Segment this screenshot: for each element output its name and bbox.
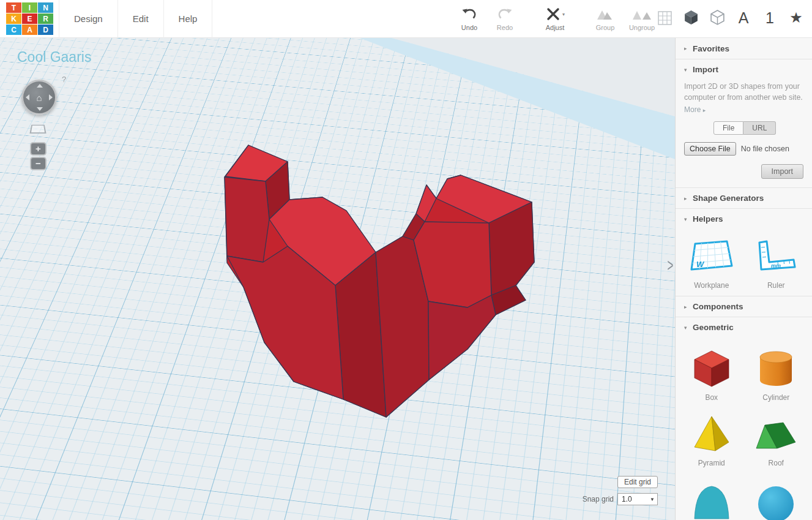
menu-edit[interactable]: Edit: [118, 0, 164, 38]
helper-workplane[interactable]: W Workplane: [679, 233, 744, 295]
snap-grid-label: Snap grid: [583, 495, 614, 503]
menu-design[interactable]: Design: [59, 0, 118, 38]
shape-tile-box[interactable]: Box: [679, 341, 744, 407]
redo-label: Redo: [487, 24, 523, 31]
chevron-right-icon: ▸: [684, 195, 693, 202]
adjust-button[interactable]: ▾ Adjust: [537, 6, 573, 31]
shape-tile-roof[interactable]: Roof: [744, 407, 809, 472]
tile-label: Workplane: [679, 281, 744, 290]
shape-tile-pyramid[interactable]: Pyramid: [679, 407, 744, 472]
tile-label: Box: [679, 393, 744, 402]
cylinder-icon: [754, 347, 798, 389]
import-tab-url[interactable]: URL: [743, 121, 776, 135]
pyramid-icon: [690, 413, 734, 454]
section-label: Components: [693, 302, 743, 311]
undo-button[interactable]: Undo: [452, 6, 487, 31]
import-tab-file[interactable]: File: [713, 121, 743, 135]
roof-icon: [754, 413, 798, 454]
logo-tile: A: [22, 24, 37, 35]
chevron-right-icon: ▸: [684, 304, 693, 310]
sidebar-section-geometric[interactable]: ▾ Geometric: [676, 317, 812, 337]
workplane-icon: W: [687, 239, 737, 277]
zoom-in-button[interactable]: +: [30, 142, 47, 156]
chevron-down-icon: ▾: [684, 325, 693, 331]
view-toolbar: A 1 ★: [656, 9, 805, 27]
sidebar-section-helpers[interactable]: ▾ Helpers: [676, 208, 812, 229]
import-panel: Import 2D or 3D shapes from your compute…: [676, 80, 812, 187]
group-icon: [587, 6, 623, 23]
ungroup-icon: [624, 6, 660, 23]
shape-tile-partial[interactable]: [744, 472, 809, 520]
import-source-tabs: File URL: [713, 121, 803, 135]
more-label: More: [684, 105, 701, 114]
help-link[interactable]: ?: [62, 75, 66, 84]
snap-grid-control: Snap grid 1.0 ▼: [583, 493, 658, 505]
section-label: Helpers: [693, 214, 723, 224]
sidebar-section-shape-generators[interactable]: ▸ Shape Generators: [676, 187, 812, 208]
logo-tile: R: [38, 13, 53, 24]
edit-grid-button[interactable]: Edit grid: [617, 476, 658, 488]
snap-grid-select[interactable]: 1.0 ▼: [617, 493, 658, 505]
ungroup-button[interactable]: Ungroup: [624, 6, 660, 31]
chevron-right-icon: ▸: [703, 107, 706, 113]
tinkercad-logo[interactable]: T I N K E R C A D: [6, 2, 55, 36]
menu-help[interactable]: Help: [164, 0, 213, 38]
paraboloid-icon: [690, 478, 734, 520]
logo-tile: I: [22, 2, 37, 13]
design-canvas[interactable]: Cool Gaaris ? ⌂ + − Edit grid Snap grid …: [0, 38, 675, 520]
model-shape[interactable]: [225, 145, 534, 417]
design-title[interactable]: Cool Gaaris: [17, 49, 91, 66]
helpers-tiles: W Workplane mm Ruler: [676, 229, 812, 296]
helper-ruler[interactable]: mm Ruler: [744, 233, 809, 295]
adjust-label: Adjust: [537, 24, 573, 31]
zoom-out-button[interactable]: −: [30, 157, 47, 170]
perspective-toggle-icon[interactable]: [29, 125, 46, 134]
zoom-controls: + −: [30, 142, 47, 171]
logo-tile: E: [22, 13, 37, 24]
section-label: Favorites: [693, 44, 729, 53]
logo-tile: T: [6, 2, 21, 13]
redo-button[interactable]: Redo: [487, 6, 523, 31]
solid-cube-icon[interactable]: [682, 9, 699, 27]
shape-tile-partial[interactable]: [679, 472, 744, 520]
group-button[interactable]: Group: [587, 6, 623, 31]
sphere-icon: [754, 478, 798, 520]
sidebar-section-import[interactable]: ▾ Import: [676, 59, 812, 80]
import-button[interactable]: Import: [761, 164, 803, 179]
tinkercad-app: T I N K E R C A D Design Edit Help Undo: [0, 0, 812, 520]
group-label: Group: [587, 24, 623, 31]
shape-tile-cylinder[interactable]: Cylinder: [744, 341, 809, 407]
top-bar: T I N K E R C A D Design Edit Help Undo: [0, 0, 812, 38]
logo-tile: K: [6, 13, 21, 24]
panel-collapse-handle[interactable]: >: [666, 254, 675, 278]
file-status-text: No file chosen: [741, 145, 789, 153]
view-navigation-gizmo[interactable]: ⌂: [21, 80, 57, 115]
home-view-icon[interactable]: ⌂: [23, 81, 55, 113]
svg-text:W: W: [696, 260, 705, 269]
annotation-letter-icon[interactable]: A: [735, 9, 752, 27]
box-icon: [690, 347, 734, 389]
svg-text:mm: mm: [771, 263, 781, 269]
choose-file-button[interactable]: Choose File: [684, 142, 736, 156]
snap-grid-value: 1.0: [622, 495, 632, 503]
chevron-down-icon: ▾: [684, 67, 693, 73]
sidebar-section-favorites[interactable]: ▸ Favorites: [676, 38, 812, 59]
star-icon[interactable]: ★: [788, 9, 805, 27]
file-picker-row: Choose File No file chosen: [684, 142, 803, 156]
undo-icon: [452, 6, 487, 23]
logo-tile: N: [38, 2, 53, 13]
wireframe-cube-icon[interactable]: [709, 9, 726, 27]
more-link[interactable]: More ▸: [684, 105, 803, 114]
dropdown-caret-icon: ▼: [650, 497, 655, 502]
tile-label: Roof: [744, 459, 809, 467]
chevron-down-icon: ▾: [562, 12, 565, 17]
section-label: Geometric: [693, 323, 734, 332]
sidebar-section-components[interactable]: ▸ Components: [676, 296, 812, 317]
grid-view-icon[interactable]: [656, 9, 673, 27]
main-menu: Design Edit Help: [59, 0, 212, 38]
tile-label: Ruler: [744, 281, 809, 290]
logo-tile: C: [6, 24, 21, 35]
tile-label: Cylinder: [744, 393, 809, 402]
chevron-down-icon: ▾: [684, 216, 693, 222]
annotation-number-icon[interactable]: 1: [761, 9, 778, 27]
